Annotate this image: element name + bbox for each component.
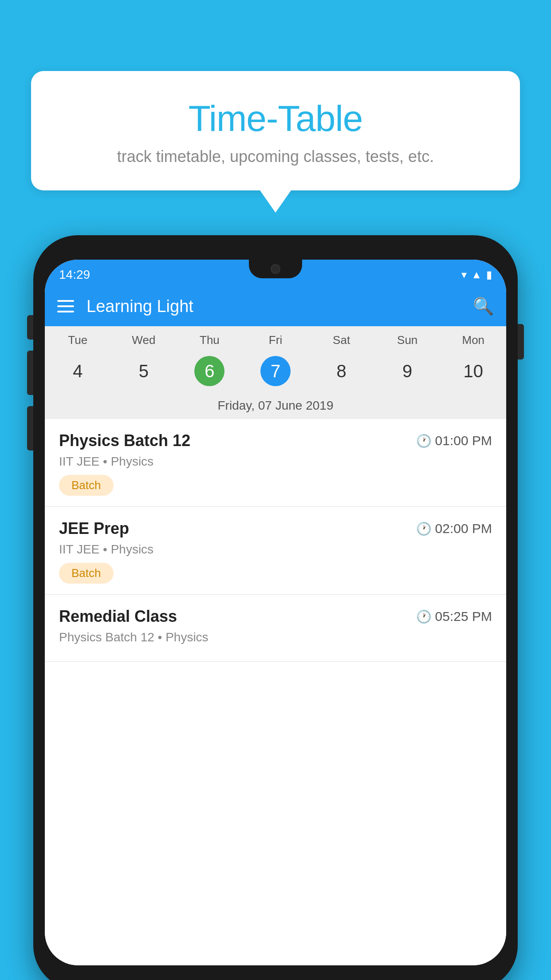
batch-tag-2: Batch bbox=[59, 563, 114, 584]
schedule-item-physics[interactable]: Physics Batch 12 🕐 01:00 PM IIT JEE • Ph… bbox=[45, 419, 506, 507]
menu-line-1 bbox=[57, 300, 74, 302]
schedule-title-1: Physics Batch 12 bbox=[59, 431, 190, 450]
clock-icon-2: 🕐 bbox=[416, 522, 432, 536]
weekday-mon: Mon bbox=[440, 333, 506, 347]
menu-line-2 bbox=[57, 305, 74, 307]
speech-bubble-container: Time-Table track timetable, upcoming cla… bbox=[31, 71, 520, 213]
weekday-thu: Thu bbox=[177, 333, 243, 347]
bubble-subtitle: track timetable, upcoming classes, tests… bbox=[53, 147, 498, 166]
schedule-item-header-2: JEE Prep 🕐 02:00 PM bbox=[59, 519, 492, 538]
clock-icon-1: 🕐 bbox=[416, 434, 432, 448]
date-10[interactable]: 10 bbox=[440, 352, 506, 390]
power-button bbox=[518, 324, 524, 360]
phone-screen: 14:29 ▾ ▲ ▮ Learning Light 🔍 Tue Wed Thu bbox=[45, 260, 506, 965]
schedule-container: Physics Batch 12 🕐 01:00 PM IIT JEE • Ph… bbox=[45, 419, 506, 965]
schedule-item-jee[interactable]: JEE Prep 🕐 02:00 PM IIT JEE • Physics Ba… bbox=[45, 507, 506, 595]
date-6-today[interactable]: 6 bbox=[177, 352, 243, 390]
search-icon[interactable]: 🔍 bbox=[473, 296, 494, 316]
selected-date-label: Friday, 07 June 2019 bbox=[45, 395, 506, 419]
menu-line-3 bbox=[57, 311, 74, 312]
schedule-time-3: 🕐 05:25 PM bbox=[416, 609, 492, 624]
schedule-meta-2: IIT JEE • Physics bbox=[59, 542, 492, 557]
battery-icon: ▮ bbox=[486, 269, 492, 281]
app-bar: Learning Light 🔍 bbox=[45, 286, 506, 326]
weekday-wed: Wed bbox=[111, 333, 177, 347]
date-9[interactable]: 9 bbox=[374, 352, 441, 390]
app-title: Learning Light bbox=[87, 297, 460, 316]
status-icons: ▾ ▲ ▮ bbox=[461, 269, 492, 281]
schedule-meta-3: Physics Batch 12 • Physics bbox=[59, 630, 492, 644]
schedule-item-remedial[interactable]: Remedial Class 🕐 05:25 PM Physics Batch … bbox=[45, 595, 506, 662]
date-8[interactable]: 8 bbox=[308, 352, 374, 390]
menu-icon[interactable] bbox=[57, 300, 74, 312]
schedule-meta-1: IIT JEE • Physics bbox=[59, 454, 492, 469]
schedule-time-2: 🕐 02:00 PM bbox=[416, 521, 492, 536]
schedule-time-1: 🕐 01:00 PM bbox=[416, 433, 492, 448]
wifi-icon: ▾ bbox=[461, 269, 467, 281]
signal-icon: ▲ bbox=[471, 269, 482, 281]
batch-tag-1: Batch bbox=[59, 475, 114, 496]
front-camera bbox=[271, 264, 280, 274]
clock-icon-3: 🕐 bbox=[416, 609, 432, 624]
weekday-fri: Fri bbox=[243, 333, 309, 347]
schedule-item-header-3: Remedial Class 🕐 05:25 PM bbox=[59, 607, 492, 626]
weekdays-row: Tue Wed Thu Fri Sat Sun Mon bbox=[45, 326, 506, 351]
volume-up-button bbox=[27, 351, 33, 395]
schedule-title-2: JEE Prep bbox=[59, 519, 129, 538]
schedule-item-header-1: Physics Batch 12 🕐 01:00 PM bbox=[59, 431, 492, 450]
weekday-tue: Tue bbox=[45, 333, 111, 347]
speech-bubble: Time-Table track timetable, upcoming cla… bbox=[31, 71, 520, 190]
bubble-title: Time-Table bbox=[53, 98, 498, 139]
dates-row: 4 5 6 7 8 9 10 bbox=[45, 351, 506, 395]
date-5[interactable]: 5 bbox=[111, 352, 177, 390]
weekday-sat: Sat bbox=[308, 333, 374, 347]
volume-down-button bbox=[27, 406, 33, 450]
phone-frame: 14:29 ▾ ▲ ▮ Learning Light 🔍 Tue Wed Thu bbox=[33, 235, 518, 980]
silent-button bbox=[27, 315, 33, 340]
status-time: 14:29 bbox=[59, 268, 90, 282]
schedule-title-3: Remedial Class bbox=[59, 607, 177, 626]
weekday-sun: Sun bbox=[374, 333, 441, 347]
date-7-selected[interactable]: 7 bbox=[243, 352, 309, 390]
phone-notch bbox=[249, 260, 302, 278]
bubble-arrow bbox=[260, 190, 291, 213]
calendar-section: Tue Wed Thu Fri Sat Sun Mon 4 5 6 7 8 9 … bbox=[45, 326, 506, 419]
date-4[interactable]: 4 bbox=[45, 352, 111, 390]
